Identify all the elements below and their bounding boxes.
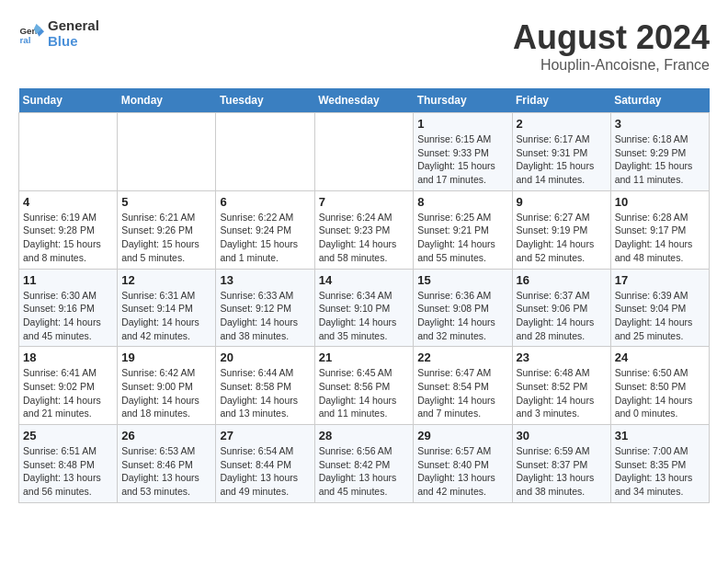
day-cell: 16Sunrise: 6:37 AMSunset: 9:06 PMDayligh… <box>512 269 610 347</box>
day-number: 13 <box>220 273 310 287</box>
day-cell: 2Sunrise: 6:17 AMSunset: 9:31 PMDaylight… <box>512 113 610 191</box>
day-number: 3 <box>615 117 705 131</box>
calendar-table: SundayMondayTuesdayWednesdayThursdayFrid… <box>18 88 710 503</box>
day-info: Sunrise: 7:00 AMSunset: 8:35 PMDaylight:… <box>615 444 705 499</box>
day-cell: 6Sunrise: 6:22 AMSunset: 9:24 PMDaylight… <box>216 190 314 269</box>
logo-line1: General <box>48 18 99 34</box>
day-number: 26 <box>121 429 211 442</box>
day-info: Sunrise: 6:50 AMSunset: 8:50 PMDaylight:… <box>615 366 705 420</box>
day-info: Sunrise: 6:45 AMSunset: 8:56 PMDaylight:… <box>319 366 410 420</box>
day-cell: 14Sunrise: 6:34 AMSunset: 9:10 PMDayligh… <box>314 269 414 347</box>
day-cell: 12Sunrise: 6:31 AMSunset: 9:14 PMDayligh… <box>118 269 216 347</box>
day-number: 4 <box>23 195 113 209</box>
day-cell: 31Sunrise: 7:00 AMSunset: 8:35 PMDayligh… <box>610 425 709 503</box>
week-row-4: 18Sunrise: 6:41 AMSunset: 9:02 PMDayligh… <box>19 347 710 425</box>
day-number: 21 <box>319 350 410 364</box>
day-number: 12 <box>121 273 211 287</box>
day-number: 19 <box>121 350 211 364</box>
day-cell: 21Sunrise: 6:45 AMSunset: 8:56 PMDayligh… <box>314 347 414 425</box>
day-cell: 24Sunrise: 6:50 AMSunset: 8:50 PMDayligh… <box>610 347 709 425</box>
day-cell: 1Sunrise: 6:15 AMSunset: 9:33 PMDaylight… <box>414 113 512 191</box>
day-cell: 28Sunrise: 6:56 AMSunset: 8:42 PMDayligh… <box>314 425 414 503</box>
week-row-5: 25Sunrise: 6:51 AMSunset: 8:48 PMDayligh… <box>19 425 710 503</box>
day-info: Sunrise: 6:51 AMSunset: 8:48 PMDaylight:… <box>23 444 113 499</box>
day-cell: 29Sunrise: 6:57 AMSunset: 8:40 PMDayligh… <box>414 425 512 503</box>
day-number: 25 <box>23 429 113 442</box>
day-cell: 13Sunrise: 6:33 AMSunset: 9:12 PMDayligh… <box>216 269 314 347</box>
day-cell <box>216 113 314 191</box>
day-cell <box>19 113 118 191</box>
day-number: 1 <box>417 117 507 131</box>
logo: Gene ral General Blue <box>18 18 99 49</box>
day-info: Sunrise: 6:22 AMSunset: 9:24 PMDaylight:… <box>220 211 310 265</box>
week-row-2: 4Sunrise: 6:19 AMSunset: 9:28 PMDaylight… <box>19 190 710 269</box>
day-number: 31 <box>615 429 705 442</box>
day-cell <box>118 113 216 191</box>
day-info: Sunrise: 6:34 AMSunset: 9:10 PMDaylight:… <box>319 289 410 343</box>
day-info: Sunrise: 6:36 AMSunset: 9:08 PMDaylight:… <box>417 289 507 343</box>
day-number: 9 <box>517 195 607 209</box>
day-cell: 23Sunrise: 6:48 AMSunset: 8:52 PMDayligh… <box>512 347 610 425</box>
day-info: Sunrise: 6:27 AMSunset: 9:19 PMDaylight:… <box>517 211 607 265</box>
day-info: Sunrise: 6:44 AMSunset: 8:58 PMDaylight:… <box>220 366 310 420</box>
day-cell <box>314 113 414 191</box>
day-info: Sunrise: 6:47 AMSunset: 8:54 PMDaylight:… <box>417 366 507 420</box>
col-header-tuesday: Tuesday <box>216 88 314 113</box>
day-info: Sunrise: 6:39 AMSunset: 9:04 PMDaylight:… <box>615 289 705 343</box>
day-info: Sunrise: 6:42 AMSunset: 9:00 PMDaylight:… <box>121 366 211 420</box>
day-number: 10 <box>615 195 705 209</box>
day-cell: 25Sunrise: 6:51 AMSunset: 8:48 PMDayligh… <box>19 425 118 503</box>
col-header-friday: Friday <box>512 88 610 113</box>
page-title: August 2024 <box>513 18 710 57</box>
day-cell: 20Sunrise: 6:44 AMSunset: 8:58 PMDayligh… <box>216 347 314 425</box>
day-number: 29 <box>417 429 507 442</box>
day-number: 5 <box>121 195 211 209</box>
day-number: 27 <box>220 429 310 442</box>
day-number: 2 <box>517 117 607 131</box>
day-cell: 26Sunrise: 6:53 AMSunset: 8:46 PMDayligh… <box>118 425 216 503</box>
logo-icon: Gene ral <box>18 21 44 47</box>
col-header-thursday: Thursday <box>414 88 512 113</box>
day-info: Sunrise: 6:15 AMSunset: 9:33 PMDaylight:… <box>417 132 507 187</box>
day-number: 30 <box>517 429 607 442</box>
day-number: 6 <box>220 195 310 209</box>
day-number: 16 <box>517 273 607 287</box>
col-header-wednesday: Wednesday <box>314 88 414 113</box>
day-number: 7 <box>319 195 410 209</box>
day-cell: 30Sunrise: 6:59 AMSunset: 8:37 PMDayligh… <box>512 425 610 503</box>
day-number: 18 <box>23 350 113 364</box>
day-info: Sunrise: 6:59 AMSunset: 8:37 PMDaylight:… <box>517 444 607 499</box>
logo-line2: Blue <box>48 34 99 50</box>
day-cell: 3Sunrise: 6:18 AMSunset: 9:29 PMDaylight… <box>610 113 709 191</box>
day-info: Sunrise: 6:56 AMSunset: 8:42 PMDaylight:… <box>319 444 410 499</box>
day-info: Sunrise: 6:57 AMSunset: 8:40 PMDaylight:… <box>417 444 507 499</box>
day-number: 17 <box>615 273 705 287</box>
day-number: 14 <box>319 273 410 287</box>
day-info: Sunrise: 6:30 AMSunset: 9:16 PMDaylight:… <box>23 289 113 343</box>
day-info: Sunrise: 6:25 AMSunset: 9:21 PMDaylight:… <box>417 211 507 265</box>
col-header-saturday: Saturday <box>610 88 709 113</box>
day-info: Sunrise: 6:17 AMSunset: 9:31 PMDaylight:… <box>517 132 607 187</box>
day-info: Sunrise: 6:54 AMSunset: 8:44 PMDaylight:… <box>220 444 310 499</box>
day-cell: 5Sunrise: 6:21 AMSunset: 9:26 PMDaylight… <box>118 190 216 269</box>
page-subtitle: Houplin-Ancoisne, France <box>513 57 710 74</box>
day-number: 8 <box>417 195 507 209</box>
svg-text:ral: ral <box>19 34 30 44</box>
day-cell: 19Sunrise: 6:42 AMSunset: 9:00 PMDayligh… <box>118 347 216 425</box>
day-cell: 8Sunrise: 6:25 AMSunset: 9:21 PMDaylight… <box>414 190 512 269</box>
week-row-3: 11Sunrise: 6:30 AMSunset: 9:16 PMDayligh… <box>19 269 710 347</box>
day-number: 23 <box>517 350 607 364</box>
title-area: August 2024 Houplin-Ancoisne, France <box>513 18 710 74</box>
day-info: Sunrise: 6:33 AMSunset: 9:12 PMDaylight:… <box>220 289 310 343</box>
header-row: SundayMondayTuesdayWednesdayThursdayFrid… <box>19 88 710 113</box>
day-number: 28 <box>319 429 410 442</box>
day-number: 22 <box>417 350 507 364</box>
day-info: Sunrise: 6:48 AMSunset: 8:52 PMDaylight:… <box>517 366 607 420</box>
day-info: Sunrise: 6:19 AMSunset: 9:28 PMDaylight:… <box>23 211 113 265</box>
day-number: 20 <box>220 350 310 364</box>
day-info: Sunrise: 6:41 AMSunset: 9:02 PMDaylight:… <box>23 366 113 420</box>
day-cell: 22Sunrise: 6:47 AMSunset: 8:54 PMDayligh… <box>414 347 512 425</box>
day-cell: 4Sunrise: 6:19 AMSunset: 9:28 PMDaylight… <box>19 190 118 269</box>
day-cell: 7Sunrise: 6:24 AMSunset: 9:23 PMDaylight… <box>314 190 414 269</box>
day-cell: 18Sunrise: 6:41 AMSunset: 9:02 PMDayligh… <box>19 347 118 425</box>
